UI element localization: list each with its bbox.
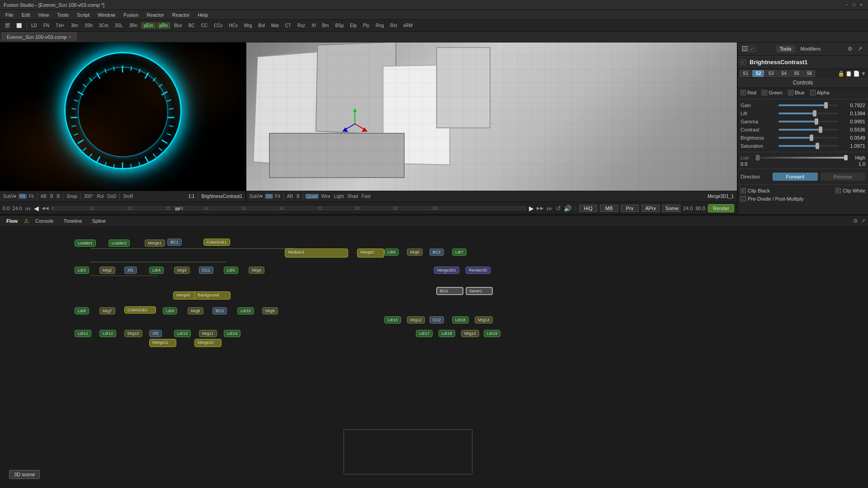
node-bc-1[interactable]: BC1: [167, 239, 182, 246]
node-enable-check[interactable]: ✓: [741, 60, 746, 65]
node-graph-canvas[interactable]: Loader1 Loader2 Merge1 BC1 ColorGrdr1 Me…: [0, 226, 868, 488]
node-selected-1[interactable]: BC4: [436, 287, 463, 295]
panel-expand-icon[interactable]: ↗: [855, 44, 864, 53]
toolbar-mrg[interactable]: Mrg: [241, 22, 255, 29]
node-low-3[interactable]: ColorGrdr2: [124, 306, 156, 314]
node-mid-8[interactable]: Mrg4: [249, 267, 264, 274]
node-right-2[interactable]: Mrg6: [407, 249, 423, 256]
node-mid-4[interactable]: Ldr4: [149, 267, 164, 274]
high-thumb[interactable]: [844, 155, 848, 160]
saturation-thumb[interactable]: [816, 143, 819, 149]
frame-scale-bar[interactable]: 0 10 20 30 40 50 60 70 80 90 100: [52, 206, 526, 210]
mb-btn[interactable]: MB: [600, 205, 618, 212]
node-comp-1[interactable]: MediaIn1: [285, 249, 348, 258]
brightness-slider[interactable]: [778, 137, 839, 139]
gamma-slider[interactable]: [778, 121, 839, 122]
v2-fast-btn[interactable]: Fast: [360, 194, 372, 199]
node-3d-render[interactable]: Render3D: [466, 267, 491, 274]
red-checkbox[interactable]: [741, 90, 746, 95]
node-mid-1[interactable]: Ldr3: [75, 267, 89, 274]
s5-btn[interactable]: S5: [791, 70, 802, 77]
s6-btn[interactable]: S6: [803, 70, 815, 77]
v2-shad-btn[interactable]: Shad: [346, 194, 359, 199]
node-mid-7[interactable]: Ldr5: [224, 267, 238, 274]
node-far-4[interactable]: Ldr19: [484, 330, 500, 337]
v1-b1-btn[interactable]: B: [49, 194, 55, 199]
panel-tab-modifiers[interactable]: Modifiers: [797, 45, 825, 52]
node-low-5[interactable]: Mrg8: [188, 307, 203, 314]
prev-frame-btn[interactable]: ◀: [34, 205, 39, 212]
node-3d-merge[interactable]: Merge3D1: [434, 267, 459, 274]
maximize-button[interactable]: □: [851, 2, 857, 8]
toolbar-ld[interactable]: LD: [28, 22, 40, 29]
flow-tab[interactable]: Flow: [3, 218, 21, 224]
node-low-1[interactable]: Ldr8: [75, 307, 89, 314]
v2-b-btn[interactable]: B: [295, 194, 301, 199]
v1-rot-btn[interactable]: 300°: [83, 194, 95, 199]
node-low-6[interactable]: BC3: [212, 307, 227, 314]
node-mid-2[interactable]: Mrg2: [99, 267, 115, 274]
menu-file[interactable]: File: [2, 11, 17, 19]
toolbar-rng[interactable]: Rng: [373, 22, 387, 29]
toolbar-ccv[interactable]: CCv: [211, 22, 225, 29]
node-bottom-2[interactable]: Merge11: [149, 339, 176, 347]
node-merge-1[interactable]: Merge1: [145, 239, 165, 247]
node-rc-4[interactable]: Ldr16: [452, 316, 469, 324]
menu-edit[interactable]: Edit: [18, 11, 34, 19]
loop-btn[interactable]: ↺: [556, 205, 561, 212]
node-comp-2[interactable]: Merge2: [357, 249, 384, 258]
node-right-3[interactable]: BC2: [429, 249, 444, 256]
red-channel-check[interactable]: Red: [741, 90, 756, 95]
close-button[interactable]: ×: [858, 2, 864, 8]
v2-wire-btn[interactable]: Wire: [320, 194, 332, 199]
node-low-8[interactable]: Mrg9: [262, 307, 278, 314]
toolbar-mat[interactable]: Mat: [269, 22, 282, 29]
prx-btn[interactable]: Prx: [621, 205, 639, 212]
menu-tools[interactable]: Tools: [53, 11, 72, 19]
node-sm-6[interactable]: Mrg11: [199, 330, 217, 337]
gain-slider[interactable]: [778, 104, 839, 106]
toolbar-3lm[interactable]: 3lm: [68, 22, 81, 29]
menu-fusion[interactable]: Fusion: [120, 11, 142, 19]
green-checkbox[interactable]: [762, 90, 767, 95]
toolbar-prn[interactable]: pRn: [157, 22, 170, 29]
node-bar-2[interactable]: Background: [194, 291, 231, 300]
toolbar-blur[interactable]: Blur: [171, 22, 185, 29]
node-selected-2[interactable]: Saver1: [466, 287, 493, 295]
panel-tab-tools[interactable]: Tools: [776, 45, 795, 52]
node-sm-2[interactable]: Ldr12: [99, 330, 116, 337]
node-sm-5[interactable]: Ldr13: [174, 330, 191, 337]
low-thumb[interactable]: [756, 155, 760, 160]
window-controls[interactable]: − □ ×: [844, 2, 864, 8]
clip-black-item[interactable]: Clip Black: [741, 188, 770, 193]
timeline-tab[interactable]: Timeline: [60, 218, 85, 224]
alpha-checkbox[interactable]: [810, 90, 816, 95]
menu-window[interactable]: Window: [94, 11, 119, 19]
node-mid-6[interactable]: CC1: [199, 267, 213, 274]
toolbar-cc[interactable]: CC: [198, 22, 210, 29]
lock-icon[interactable]: 🔒: [838, 70, 844, 77]
toolbar-rsz[interactable]: Rsz: [295, 22, 308, 29]
s4-btn[interactable]: S4: [778, 70, 790, 77]
toolbar-rct[interactable]: Rct: [387, 22, 400, 29]
gamma-thumb[interactable]: [815, 118, 818, 125]
node-loader-1[interactable]: Loader1: [75, 239, 96, 247]
toolbar-bc[interactable]: BC: [186, 22, 198, 29]
toolbar-hcv[interactable]: HCv: [226, 22, 241, 29]
v1-smr-btn[interactable]: SmR: [122, 194, 134, 199]
toolbar-3sl[interactable]: 3SL: [112, 22, 126, 29]
menu-view[interactable]: View: [35, 11, 53, 19]
toolbar-bol[interactable]: Bol: [255, 22, 267, 29]
menu-reactor1[interactable]: Reactor: [143, 11, 168, 19]
node-rc-1[interactable]: Ldr15: [384, 316, 401, 324]
toolbar-3rn[interactable]: 3Rn: [127, 22, 140, 29]
forward-btn[interactable]: Forward: [773, 173, 818, 181]
viewer1-main[interactable]: (function(){ var svg = document.currentS…: [0, 42, 245, 191]
v1-snap-btn[interactable]: Snap: [65, 194, 78, 199]
s2-btn[interactable]: S2: [752, 70, 764, 77]
clip-black-checkbox[interactable]: [741, 188, 746, 193]
clip-white-item[interactable]: Clip White: [835, 188, 865, 193]
node-far-3[interactable]: Mrg14: [461, 330, 479, 337]
v1-subv-btn[interactable]: SubV▾: [2, 194, 18, 199]
saturation-slider[interactable]: [778, 145, 839, 147]
